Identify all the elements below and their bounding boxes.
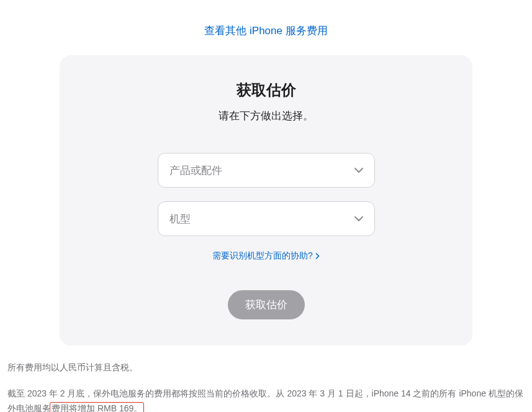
estimate-card: 获取估价 请在下方做出选择。 产品或配件 机型 需要识别机型方面的协助? <box>60 55 472 346</box>
model-select-wrapper: 机型 <box>158 201 375 236</box>
model-select[interactable]: 机型 <box>158 201 375 236</box>
footer-line-2: 截至 2023 年 2 月底，保外电池服务的费用都将按照当前的价格收取。从 20… <box>7 387 525 412</box>
help-link-label: 需要识别机型方面的协助? <box>212 250 313 262</box>
footer-line-1: 所有费用均以人民币计算且含税。 <box>7 360 525 375</box>
product-select[interactable]: 产品或配件 <box>158 153 375 188</box>
chevron-down-icon <box>354 216 363 221</box>
price-increase-highlight: 费用将增加 RMB 169。 <box>50 402 144 412</box>
card-subtitle: 请在下方做出选择。 <box>91 109 441 123</box>
chevron-right-icon <box>315 253 320 259</box>
footer-text: 所有费用均以人民币计算且含税。 截至 2023 年 2 月底，保外电池服务的费用… <box>0 346 532 412</box>
product-select-placeholder: 产品或配件 <box>169 163 222 178</box>
card-title: 获取估价 <box>91 80 441 100</box>
chevron-down-icon <box>354 168 363 173</box>
identify-model-help-link[interactable]: 需要识别机型方面的协助? <box>212 250 320 262</box>
submit-row: 获取估价 <box>91 290 441 319</box>
product-select-wrapper: 产品或配件 <box>158 153 375 188</box>
get-estimate-button[interactable]: 获取估价 <box>228 290 305 319</box>
top-link-container: 查看其他 iPhone 服务费用 <box>0 0 532 55</box>
model-select-placeholder: 机型 <box>169 212 191 226</box>
other-services-link[interactable]: 查看其他 iPhone 服务费用 <box>204 25 327 37</box>
